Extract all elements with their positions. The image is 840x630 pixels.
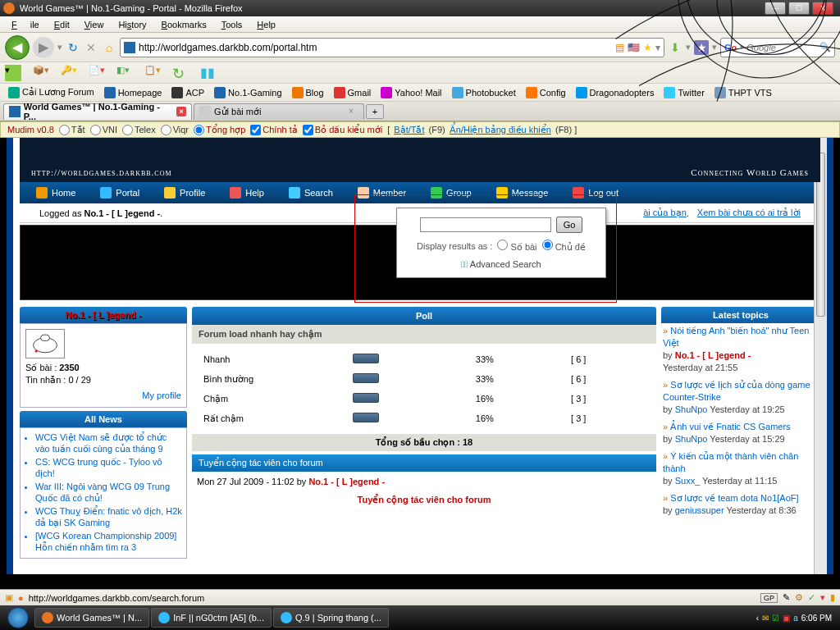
forward-button[interactable]: ▶ xyxy=(33,37,54,58)
search-go-icon[interactable]: 🔍 xyxy=(819,42,831,52)
status-icon-7[interactable]: ▮ xyxy=(830,592,835,603)
taskbar-button[interactable]: World Games™ | N... xyxy=(34,608,149,628)
reload-icon[interactable]: ↻ xyxy=(66,40,80,55)
bookmark-item[interactable]: Twitter xyxy=(660,85,707,100)
rss-icon[interactable]: ▤ xyxy=(615,42,624,53)
status-icon-3[interactable]: ✎ xyxy=(783,592,790,603)
mudim-chinhta[interactable]: Chính tả xyxy=(250,125,297,135)
ext-icon-4[interactable]: 📄▾ xyxy=(89,65,105,81)
topic-item[interactable]: » Ảnh vui về Fnatic CS Gamersby ShuNpo Y… xyxy=(663,421,819,445)
topic-item[interactable]: » Nói tiếng Anh "biến hoá" như Teen Việt… xyxy=(663,325,819,374)
taskbar-button[interactable]: Q.9 | Spring thang (... xyxy=(273,608,389,628)
home-icon[interactable]: ⌂ xyxy=(102,40,116,55)
subbar-link-1[interactable]: ài của bạn xyxy=(643,208,687,218)
subbar-link-2[interactable]: Xem bài chưa có ai trả lời xyxy=(697,208,801,218)
tab-close-icon[interactable]: × xyxy=(349,107,358,116)
mudim-telex[interactable]: Telex xyxy=(122,125,156,135)
nav-log out[interactable]: Log out xyxy=(573,187,619,199)
tray-icon[interactable]: ☑ xyxy=(772,614,779,623)
bookmark-item[interactable]: Homepage xyxy=(101,85,166,100)
new-tab-button[interactable]: + xyxy=(366,104,384,119)
start-button[interactable] xyxy=(3,606,33,629)
mudim-viqr[interactable]: Viqr xyxy=(161,125,189,135)
ext-icon-1[interactable]: ▾ xyxy=(5,65,21,81)
search-opt-topics[interactable]: Chủ đề xyxy=(542,240,586,253)
bookmark-item[interactable]: ACP xyxy=(168,85,208,100)
post-header[interactable]: Tuyển cộng tác viên cho forum xyxy=(192,454,656,472)
nav-message[interactable]: Message xyxy=(496,187,549,199)
scrollbar[interactable] xyxy=(814,138,827,574)
search-go-button[interactable]: Go xyxy=(556,217,583,233)
bookmark-item[interactable]: Blog xyxy=(289,85,327,100)
menu-help[interactable]: Help xyxy=(250,18,282,31)
mudim-off[interactable]: Tắt xyxy=(59,125,85,135)
ext-icon-3[interactable]: 🔑▾ xyxy=(61,65,77,81)
star-icon[interactable]: ★ xyxy=(643,42,652,53)
bookmark-item[interactable]: Dragonadopters xyxy=(573,85,658,100)
download-icon[interactable]: ⬇ xyxy=(668,40,682,55)
status-gp[interactable]: GP xyxy=(760,593,778,603)
advanced-search-link[interactable]: Advanced Search xyxy=(470,259,541,269)
nav-portal[interactable]: Portal xyxy=(100,187,139,199)
taskbar-button[interactable]: InF || nG0ctm [A5] (b... xyxy=(151,608,272,628)
ext-icon-8[interactable]: ▮▮ xyxy=(200,65,217,81)
topic-item[interactable]: » Ý kiến của một thành viên chân thànhby… xyxy=(663,450,819,487)
back-button[interactable]: ◀ xyxy=(5,35,30,60)
bookmark-star-icon[interactable]: ★ xyxy=(694,40,709,55)
news-item[interactable]: CS: WCG trung quốc - Tyloo vô địch! xyxy=(35,456,183,479)
url-input[interactable] xyxy=(139,42,612,53)
topic-item[interactable]: » Sơ lược về team dota No1[AoF]by genius… xyxy=(663,492,819,517)
maximize-button[interactable]: ☐ xyxy=(788,2,810,15)
stop-icon[interactable]: ✕ xyxy=(84,40,98,55)
tray-icon[interactable]: ▣ xyxy=(783,614,790,623)
tray-clock[interactable]: 6:06 PM xyxy=(801,614,832,623)
bookmark-item[interactable]: Config xyxy=(523,85,569,100)
ext-icon-7[interactable]: ↻ xyxy=(172,65,189,81)
news-item[interactable]: War III: Ngôi vàng WCG 09 Trung Quốc đã … xyxy=(35,481,183,504)
status-icon-4[interactable]: ⚙ xyxy=(795,592,803,603)
nav-group[interactable]: Group xyxy=(431,187,472,199)
tray-icon[interactable]: ✉ xyxy=(762,614,769,623)
menu-view[interactable]: View xyxy=(78,18,111,31)
menu-edit[interactable]: Edit xyxy=(48,18,76,31)
mudim-tonghop[interactable]: Tổng hợp xyxy=(194,125,245,135)
browser-search-box[interactable]: Go ▾ 🔍 xyxy=(720,38,835,57)
topic-item[interactable]: » Sơ lược về lịch sử của dòng game Count… xyxy=(663,379,819,416)
search-opt-posts[interactable]: Số bài xyxy=(497,240,536,253)
bookmark-item[interactable]: Cải Lương Forum xyxy=(5,85,98,100)
menu-tools[interactable]: Tools xyxy=(215,18,249,31)
close-button[interactable]: X xyxy=(812,2,833,15)
bookmark-item[interactable]: No.1-Gaming xyxy=(211,85,285,100)
tray-icon[interactable]: a xyxy=(793,614,798,623)
status-icon-5[interactable]: ✓ xyxy=(808,592,815,603)
browser-search-input[interactable] xyxy=(746,43,816,52)
nav-profile[interactable]: Profile xyxy=(164,187,205,199)
menu-file[interactable]: File xyxy=(5,18,46,31)
news-item[interactable]: [WCG Korean Championship 2009] Hỗn chiến… xyxy=(35,530,183,553)
bookmark-item[interactable]: THPT VTS xyxy=(711,85,775,100)
tab-active[interactable]: World Games™ | No.1-Gaming - P... × xyxy=(3,103,192,120)
nav-home[interactable]: Home xyxy=(36,187,75,199)
url-bar[interactable]: ▤ 🇺🇸 ★ ▾ xyxy=(120,38,664,57)
tray-chevron-icon[interactable]: ‹ xyxy=(756,614,759,623)
status-icon-1[interactable]: ▣ xyxy=(5,592,13,603)
nav-help[interactable]: Help xyxy=(230,187,264,199)
ext-icon-2[interactable]: 📦▾ xyxy=(33,65,49,81)
my-profile-link[interactable]: My profile xyxy=(25,390,181,402)
ext-icon-5[interactable]: ◧▾ xyxy=(116,65,133,81)
bookmark-item[interactable]: Yahoo! Mail xyxy=(377,85,445,100)
minimize-button[interactable]: — xyxy=(765,2,786,15)
menu-history[interactable]: History xyxy=(112,18,153,31)
tab-inactive[interactable]: Gửi bài mới × xyxy=(194,103,364,120)
status-icon-2[interactable]: ● xyxy=(18,593,24,603)
mudim-bodau[interactable]: Bỏ dấu kiểu mới xyxy=(303,125,382,135)
bookmark-item[interactable]: Gmail xyxy=(331,85,375,100)
tab-close-icon[interactable]: × xyxy=(176,107,186,116)
nav-search[interactable]: Search xyxy=(289,187,333,199)
bookmark-item[interactable]: Photobucket xyxy=(449,85,519,100)
news-item[interactable]: WCG Thuỵ Điển: fnatic vô địch, H2k đả bạ… xyxy=(35,505,183,528)
nav-member[interactable]: Member xyxy=(358,187,406,199)
search-input[interactable] xyxy=(420,217,551,232)
mudim-toggle[interactable]: Bật/Tắt xyxy=(394,125,424,135)
ext-icon-6[interactable]: 📋▾ xyxy=(144,65,161,81)
